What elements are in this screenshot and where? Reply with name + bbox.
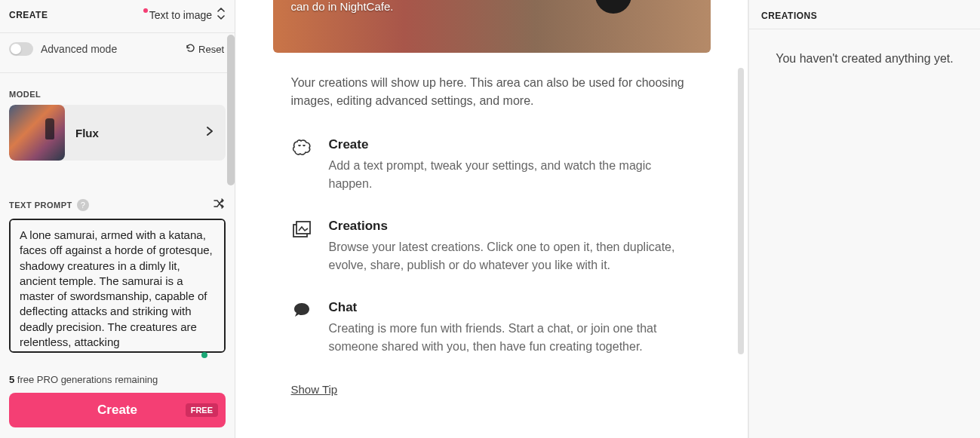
sidebar-scroll: CREATE Text to image Advanced mode Reset (0, 0, 235, 365)
model-thumbnail (9, 105, 65, 161)
model-name: Flux (65, 127, 206, 139)
intro-text: Your creations will show up here. This a… (273, 53, 711, 125)
create-header: CREATE Text to image (0, 0, 235, 25)
sidebar-footer: 5 free PRO generations remaining Create … (0, 365, 235, 438)
model-section-label: MODEL (0, 73, 235, 105)
create-title: CREATE (9, 10, 48, 20)
help-icon[interactable]: ? (77, 199, 89, 211)
model-selector[interactable]: Flux (9, 105, 226, 161)
prompt-label-wrap: TEXT PROMPT ? (9, 199, 89, 211)
brain-icon (291, 137, 314, 193)
hero-banner: can do in NightCafe. (273, 0, 711, 53)
advanced-row: Advanced mode Reset (0, 33, 235, 65)
gallery-icon (291, 219, 314, 274)
mode-selector[interactable]: Text to image (143, 8, 226, 22)
advanced-left: Advanced mode (9, 42, 117, 56)
prompt-header: TEXT PROMPT ? (0, 161, 235, 219)
svg-rect-1 (296, 222, 310, 234)
feature-creations: Creations Browse your latest creations. … (291, 207, 693, 288)
reset-icon (186, 43, 195, 55)
chevron-right-icon (206, 126, 226, 139)
prompt-section-label: TEXT PROMPT (9, 201, 72, 210)
reset-button[interactable]: Reset (186, 43, 224, 55)
scrollbar-thumb[interactable] (227, 35, 235, 185)
show-tip-link[interactable]: Show Tip (273, 369, 711, 409)
advanced-mode-toggle[interactable] (9, 42, 33, 56)
shuffle-icon[interactable] (212, 197, 226, 213)
mode-label: Text to image (149, 9, 212, 21)
feature-title: Creations (329, 219, 693, 234)
creations-title: CREATIONS (749, 0, 980, 29)
feature-body: Chat Creating is more fun with friends. … (329, 300, 693, 356)
scrollbar-thumb[interactable] (738, 68, 744, 354)
creations-sidebar: CREATIONS You haven't created anything y… (748, 0, 980, 438)
reset-label: Reset (198, 44, 224, 55)
advanced-mode-label: Advanced mode (41, 43, 117, 55)
chevron-updown-icon (217, 8, 226, 22)
main-content: can do in NightCafe. Your creations will… (273, 0, 711, 409)
feature-desc: Creating is more fun with friends. Start… (329, 320, 693, 356)
feature-body: Create Add a text prompt, tweak your set… (329, 137, 693, 193)
feature-list: Create Add a text prompt, tweak your set… (273, 125, 711, 369)
feature-title: Chat (329, 300, 693, 315)
feature-title: Create (329, 137, 693, 152)
feature-desc: Add a text prompt, tweak your settings, … (329, 157, 693, 193)
generations-remaining: 5 free PRO generations remaining (9, 374, 226, 385)
chat-icon (291, 300, 314, 356)
creations-empty-state: You haven't created anything yet. (749, 29, 980, 438)
feature-chat: Chat Creating is more fun with friends. … (291, 288, 693, 369)
create-button[interactable]: Create FREE (9, 393, 226, 427)
create-button-label: Create (97, 403, 137, 418)
new-indicator-dot (143, 8, 148, 13)
main-area: can do in NightCafe. Your creations will… (235, 0, 748, 438)
prompt-input[interactable] (9, 219, 226, 353)
hero-text: can do in NightCafe. (291, 0, 394, 13)
generations-text: free PRO generations remaining (14, 374, 158, 385)
feature-desc: Browse your latest creations. Click one … (329, 238, 693, 274)
create-sidebar: CREATE Text to image Advanced mode Reset (0, 0, 235, 438)
feature-body: Creations Browse your latest creations. … (329, 219, 693, 274)
feature-create: Create Add a text prompt, tweak your set… (291, 125, 693, 207)
status-indicator-dot (201, 352, 207, 358)
free-badge: FREE (186, 403, 218, 417)
hero-avatar (595, 0, 631, 14)
